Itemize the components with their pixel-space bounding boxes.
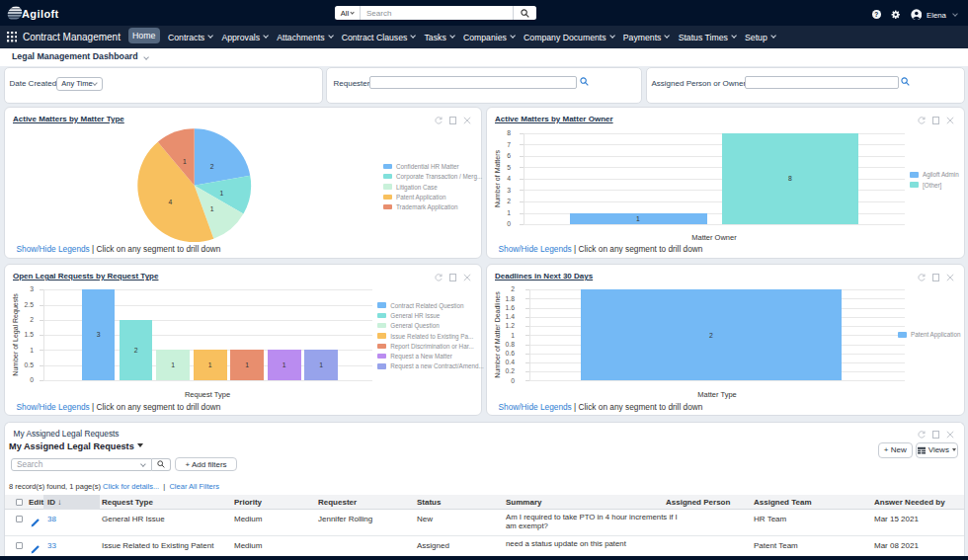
svg-text:2: 2 [209,162,213,169]
svg-text:1: 1 [209,205,213,212]
svg-text:4: 4 [168,199,172,205]
svg-text:1: 1 [183,157,187,164]
svg-text:1: 1 [219,189,223,196]
